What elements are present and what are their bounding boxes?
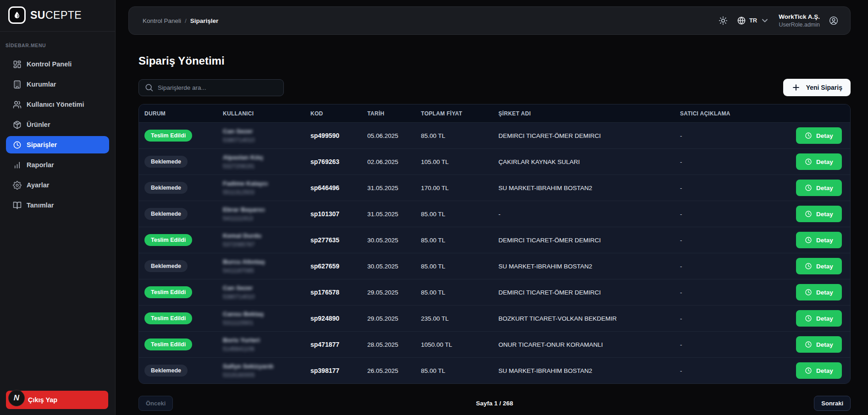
avatar-button[interactable]	[829, 16, 838, 25]
language-selector[interactable]: TR	[737, 16, 769, 25]
new-order-label: Yeni Sipariş	[806, 84, 842, 91]
user-cell: Fadime Kalaycı5511312503	[223, 179, 310, 197]
sidebar-item-label: Siparişler	[27, 141, 57, 148]
detail-button[interactable]: Detay	[796, 232, 842, 248]
detail-button-label: Detay	[816, 341, 833, 348]
status-cell: Teslim Edildi	[144, 339, 223, 350]
user-phone: 5380714010	[223, 136, 306, 144]
clock-icon	[805, 262, 812, 270]
sidebar-item-raporlar[interactable]: Raporlar	[6, 156, 109, 174]
column-header-durum: DURUM	[144, 110, 223, 117]
theme-toggle-button[interactable]	[719, 16, 728, 25]
seller-note: -	[680, 211, 784, 218]
search-box	[138, 79, 284, 96]
detail-button[interactable]: Detay	[796, 206, 842, 222]
sidebar-section-label: SİDEBAR.MENU	[6, 43, 115, 48]
detail-cell: Detay	[784, 336, 845, 353]
order-date: 30.05.2025	[367, 237, 421, 244]
detail-button-label: Detay	[816, 211, 833, 218]
user-phone: 5327208191	[223, 162, 306, 170]
avatar-icon	[829, 16, 838, 25]
breadcrumb: Kontrol Paneli / Siparişler	[143, 17, 218, 24]
order-code: sp277635	[310, 236, 367, 244]
next-page-button[interactable]: Sonraki	[814, 396, 851, 411]
company-name: ÇAKIRLAR KAYNAK SULARI	[498, 158, 680, 165]
order-total: 235.00 TL	[421, 315, 498, 322]
sidebar-item-kontrol-paneli[interactable]: Kontrol Paneli	[6, 55, 109, 73]
nextjs-dev-badge[interactable]: N	[8, 390, 25, 406]
order-code: sp924890	[310, 315, 367, 322]
company-name: ONUR TICARET-ONUR KORAMANLI	[498, 341, 680, 348]
order-code: sp101307	[310, 210, 367, 218]
brand-name-light: CEPTE	[45, 9, 82, 21]
breadcrumb-parent-link[interactable]: Kontrol Paneli	[143, 17, 181, 24]
user-cell: Boris Yurteri5145641106	[223, 336, 310, 353]
users-icon	[13, 100, 22, 109]
status-badge: Teslim Edildi	[144, 130, 192, 142]
seller-note: -	[680, 132, 784, 139]
order-code: sp176578	[310, 289, 367, 296]
order-date: 29.05.2025	[367, 315, 421, 322]
detail-button[interactable]: Detay	[796, 362, 842, 379]
sidebar-item-ayarlar[interactable]: Ayarlar	[6, 176, 109, 194]
detail-cell: Detay	[784, 284, 845, 300]
sidebar-item-tanimlar[interactable]: Tanımlar	[6, 197, 109, 214]
status-cell: Teslim Edildi	[144, 286, 223, 298]
user-cell: Can Sezer5380714010	[223, 284, 310, 301]
order-date: 29.05.2025	[367, 289, 421, 296]
sidebar-item-label: Raporlar	[27, 161, 54, 169]
order-date: 02.06.2025	[367, 158, 421, 165]
table-body: Teslim EdildiCan Sezer5380714010sp499590…	[139, 122, 850, 383]
user-phone: 5411187085	[223, 267, 306, 275]
detail-button[interactable]: Detay	[796, 180, 842, 196]
logout-button[interactable]: N Çıkış Yap	[6, 391, 108, 409]
detail-button-label: Detay	[816, 132, 833, 139]
user-phone: 5411111913	[223, 214, 306, 223]
user-name: Safiye Sekizyardı	[223, 362, 306, 371]
status-cell: Beklemede	[144, 156, 223, 168]
table-row: Teslim EdildiBoris Yurteri5145641106sp47…	[139, 331, 850, 357]
breadcrumb-separator: /	[185, 17, 187, 24]
status-badge: Beklemede	[144, 182, 188, 194]
user-phone: 5319160005	[223, 371, 306, 379]
column-header-sirket-adi: ŞİRKET ADI	[498, 110, 680, 117]
previous-page-button[interactable]: Önceki	[138, 396, 173, 411]
clock-icon	[805, 158, 812, 165]
detail-button[interactable]: Detay	[796, 258, 842, 274]
detail-button[interactable]: Detay	[796, 310, 842, 327]
sidebar-item-kurumlar[interactable]: Kurumlar	[6, 76, 109, 93]
order-code: sp627659	[310, 262, 367, 270]
sidebar-item-urunler[interactable]: Ürünler	[6, 116, 109, 133]
detail-cell: Detay	[784, 180, 845, 196]
actions-row: Yeni Sipariş	[138, 79, 851, 96]
column-header-toplam-fiyat: TOPLAM FİYAT	[421, 110, 498, 117]
new-order-button[interactable]: Yeni Sipariş	[783, 79, 851, 96]
detail-button-label: Detay	[816, 263, 833, 270]
user-name: Boris Yurteri	[223, 336, 306, 345]
detail-button-label: Detay	[816, 237, 833, 244]
user-role: UserRole.admin	[779, 21, 820, 28]
column-header-satici-aciklama: SATICI AÇIKLAMA	[680, 110, 784, 117]
user-cell: Ebrar Başarıcı5411111913	[223, 205, 310, 223]
detail-button[interactable]: Detay	[796, 336, 842, 353]
detail-button[interactable]: Detay	[796, 284, 842, 300]
sidebar-item-kullanici-yonetimi[interactable]: Kullanıcı Yönetimi	[6, 96, 109, 113]
search-input[interactable]	[158, 84, 278, 91]
order-date: 28.05.2025	[367, 341, 421, 348]
detail-button[interactable]: Detay	[796, 127, 842, 144]
sidebar: SUCEPTE SİDEBAR.MENU Kontrol PaneliKurum…	[0, 0, 116, 415]
sidebar-item-siparisler[interactable]: Siparişler	[6, 136, 109, 153]
detail-button[interactable]: Detay	[796, 153, 842, 170]
detail-cell: Detay	[784, 206, 845, 222]
user-cell: Alpaslan Kılıç5327208191	[223, 153, 310, 170]
order-date: 30.05.2025	[367, 263, 421, 270]
detail-cell: Detay	[784, 232, 845, 248]
status-cell: Teslim Edildi	[144, 130, 223, 142]
status-cell: Teslim Edildi	[144, 312, 223, 324]
language-code: TR	[749, 17, 757, 24]
user-name: Kemal Durdu	[223, 231, 306, 240]
sidebar-item-label: Kurumlar	[27, 81, 56, 88]
building-icon	[13, 80, 22, 89]
status-badge: Teslim Edildi	[144, 339, 192, 350]
dashboard-icon	[13, 60, 22, 69]
